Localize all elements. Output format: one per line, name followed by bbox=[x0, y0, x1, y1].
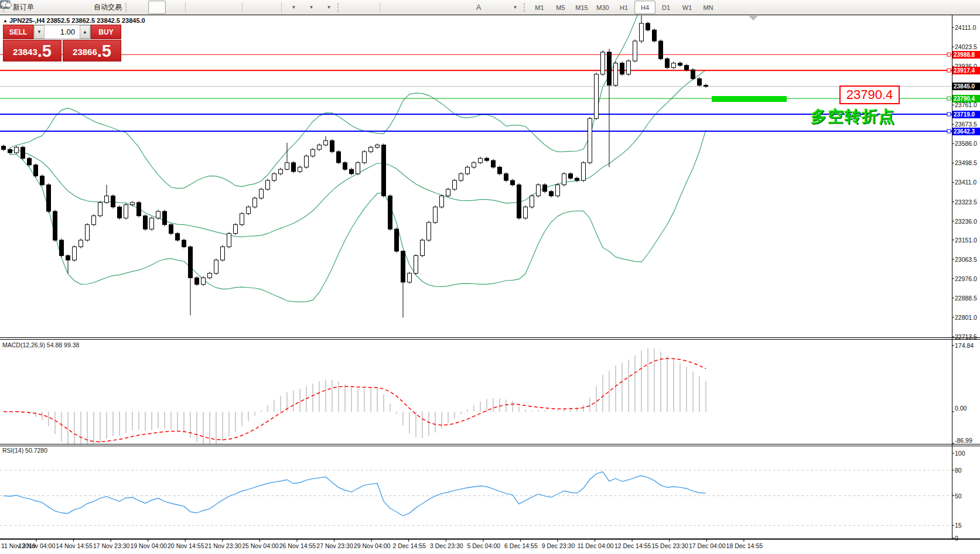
market-button[interactable] bbox=[36, 1, 54, 14]
timeframe-m5[interactable]: M5 bbox=[550, 1, 571, 14]
toolbar-separator bbox=[281, 2, 282, 12]
price-axis-tick: 23236.0 bbox=[955, 218, 977, 225]
price-axis-tick: 23673.5 bbox=[955, 121, 977, 128]
new-order-button[interactable]: 新订单 bbox=[8, 1, 36, 14]
time-axis-label: 17 Nov 23:30 bbox=[91, 542, 132, 549]
dropdown-caret-icon: ▼ bbox=[513, 5, 518, 10]
timeframe-m30[interactable]: M30 bbox=[592, 1, 613, 14]
macd-axis-tick: 0.00 bbox=[955, 405, 967, 412]
sell-price[interactable]: 23843.5 bbox=[3, 40, 62, 61]
sell-price-main: 23843 bbox=[13, 45, 37, 60]
price-axis-tick: 23586.0 bbox=[955, 140, 977, 147]
timeframe-m15[interactable]: M15 bbox=[571, 1, 592, 14]
rsi-axis-tick: 50 bbox=[955, 493, 962, 500]
chat-button[interactable] bbox=[957, 1, 975, 14]
timeframe-d1[interactable]: D1 bbox=[655, 1, 677, 14]
bar-chart-button[interactable] bbox=[131, 1, 148, 14]
volume-stepper: ▼ ▲ bbox=[33, 25, 91, 39]
buy-price-decimal: .5 bbox=[97, 42, 111, 60]
community-button[interactable] bbox=[54, 1, 71, 14]
horizontal-price-lines bbox=[0, 54, 952, 131]
tile-windows-button[interactable] bbox=[223, 1, 240, 14]
line-chart-button[interactable] bbox=[166, 1, 183, 14]
rsi-indicator bbox=[0, 470, 952, 525]
price-axis-tick: 24111.0 bbox=[955, 24, 976, 31]
zoom-in-button[interactable] bbox=[187, 1, 205, 14]
rsi-axis-tick: 0 bbox=[955, 535, 958, 542]
text-tool-icon: A bbox=[476, 3, 482, 12]
arrows-tool-button[interactable]: ▼ bbox=[505, 1, 523, 14]
time-axis-label: 12 Dec 14:55 bbox=[612, 542, 653, 549]
search-button[interactable] bbox=[940, 1, 957, 14]
price-axis-tick: 22976.0 bbox=[955, 275, 977, 282]
volume-input[interactable] bbox=[45, 25, 80, 39]
timeframe-h4[interactable]: H4 bbox=[634, 1, 655, 14]
collapse-triangle-icon[interactable]: ▲ bbox=[3, 18, 8, 23]
text-tool-button[interactable]: A bbox=[470, 1, 487, 14]
price-axis-tick: 22713.5 bbox=[955, 333, 977, 340]
time-axis-label: 25 Nov 04:00 bbox=[240, 542, 281, 549]
dropdown-caret-icon: ▼ bbox=[292, 5, 296, 10]
price-axis-tick: 23151.0 bbox=[955, 237, 977, 244]
buy-price[interactable]: 23866.5 bbox=[63, 40, 121, 61]
time-axis-label: 6 Dec 14:55 bbox=[500, 542, 541, 549]
symbol-header: ▲JPN225-,H4 23852.5 23862.5 23842.5 2384… bbox=[3, 17, 145, 24]
time-axis-label: 27 Nov 23:30 bbox=[315, 542, 356, 549]
rsi-axis-tick: 15 bbox=[955, 522, 962, 529]
cursor-tool-button[interactable] bbox=[343, 1, 360, 14]
price-annotation-box[interactable]: 23790.4 bbox=[839, 86, 900, 104]
time-axis-label: 15 Dec 23:30 bbox=[650, 542, 691, 549]
toolbar-grip bbox=[125, 3, 128, 12]
time-axis-label: 5 Dec 04:00 bbox=[463, 542, 504, 549]
fibonacci-tool-button[interactable]: F bbox=[452, 1, 470, 14]
timeframe-m1[interactable]: M1 bbox=[529, 1, 550, 14]
zoom-out-button[interactable] bbox=[205, 1, 223, 14]
turning-point-annotation[interactable]: 多空转折点 bbox=[811, 106, 896, 127]
price-axis-tick: 22801.0 bbox=[955, 314, 977, 321]
toolbar-grip bbox=[337, 3, 340, 12]
time-axis-label: 9 Dec 23:30 bbox=[538, 542, 579, 549]
timeframe-w1[interactable]: W1 bbox=[677, 1, 698, 14]
toolbar-separator bbox=[185, 2, 186, 12]
time-axis-label: 26 Nov 14:55 bbox=[277, 542, 318, 549]
green-highlight-bar[interactable] bbox=[712, 96, 787, 102]
symbol-ohlc-text: JPN225-,H4 23852.5 23862.5 23842.5 23845… bbox=[9, 17, 145, 24]
macd-axis-tick: 174.84 bbox=[955, 342, 974, 349]
sell-button[interactable]: SELL bbox=[3, 25, 33, 39]
crosshair-tool-button[interactable] bbox=[360, 1, 378, 14]
timeframe-mn[interactable]: MN bbox=[698, 1, 719, 14]
autotrading-button[interactable]: 自动交易 bbox=[89, 1, 124, 14]
candlestick-chart-button[interactable] bbox=[148, 1, 166, 14]
price-line-label: 23917.4 bbox=[952, 67, 980, 74]
time-axis-label: 19 Nov 04:00 bbox=[128, 542, 169, 549]
price-axis-tick: 23761.0 bbox=[955, 101, 977, 108]
price-line-label: 23642.3 bbox=[952, 128, 980, 135]
dropdown-caret-icon: ▼ bbox=[327, 5, 332, 10]
buy-button[interactable]: BUY bbox=[91, 25, 121, 39]
rsi-label: RSI(14) 50.7280 bbox=[2, 447, 47, 454]
toolbar-separator bbox=[380, 2, 380, 12]
time-axis-label: 20 Nov 14:55 bbox=[165, 542, 206, 549]
volume-increase-button[interactable]: ▲ bbox=[80, 25, 90, 39]
price-axis-tick: 23323.5 bbox=[955, 199, 977, 206]
signals-button[interactable] bbox=[71, 1, 89, 14]
label-tool-button[interactable]: T bbox=[487, 1, 505, 14]
auto-scroll-button[interactable] bbox=[244, 1, 262, 14]
timeframe-h1[interactable]: H1 bbox=[613, 1, 634, 14]
vertical-line-tool-button[interactable] bbox=[382, 1, 399, 14]
horizontal-line-tool-button[interactable] bbox=[399, 1, 417, 14]
periods-button[interactable]: ▼ bbox=[301, 1, 319, 14]
chart-shift-button[interactable] bbox=[262, 1, 279, 14]
chart-shift-marker-icon[interactable] bbox=[749, 16, 758, 20]
price-axis-tick: 24023.5 bbox=[955, 43, 977, 50]
templates-button[interactable]: ▼ bbox=[319, 1, 336, 14]
one-click-trading-panel: SELL ▼ ▲ BUY 23843.5 23866.5 bbox=[3, 25, 121, 61]
volume-decrease-button[interactable]: ▼ bbox=[34, 25, 45, 39]
channel-tool-button[interactable]: E bbox=[435, 1, 452, 14]
trendline-tool-button[interactable] bbox=[417, 1, 435, 14]
indicators-button[interactable]: ▼ bbox=[284, 1, 301, 14]
price-line-label: 23988.8 bbox=[952, 51, 980, 59]
toolbar-right bbox=[940, 1, 975, 14]
time-axis-label: 18 Dec 14:55 bbox=[724, 542, 765, 549]
chart-surface[interactable] bbox=[0, 0, 980, 554]
